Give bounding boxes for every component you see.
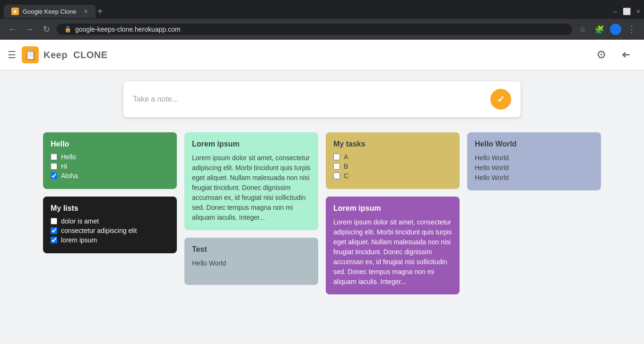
note-title: Hello	[51, 140, 169, 148]
checkbox[interactable]	[51, 237, 57, 243]
note-body: Lorem ipsum dolor sit amet, consectetur …	[192, 153, 311, 223]
checklist-item: B	[333, 163, 452, 170]
note-body: Hello WorldHello WorldHello World	[475, 153, 593, 183]
app-logo: 📋	[22, 46, 39, 63]
item-label: B	[344, 163, 348, 170]
maximize-button[interactable]: ⬜	[623, 8, 631, 15]
checklist-item: A	[333, 153, 452, 161]
back-button[interactable]: ←	[6, 23, 19, 36]
hamburger-menu-button[interactable]: ☰	[8, 49, 16, 60]
checklist: A B C	[333, 153, 452, 180]
tab-title: Google Keep Clone	[23, 8, 76, 15]
checklist-item: lorem ipsum	[51, 236, 169, 244]
checklist-item: dolor is amet	[51, 217, 169, 225]
minimize-button[interactable]: –	[613, 8, 617, 15]
note-submit-button[interactable]: ✓	[490, 89, 511, 110]
note-title: My tasks	[333, 140, 452, 148]
settings-button[interactable]: ⚙	[591, 44, 612, 65]
lock-icon: 🔒	[64, 26, 71, 33]
note-body: Hello World	[192, 258, 311, 268]
logout-icon: ➜	[622, 49, 630, 61]
new-tab-button[interactable]: +	[97, 6, 103, 17]
checklist: dolor is amet consectetur adipiscing eli…	[51, 217, 169, 244]
note-title: My lists	[51, 204, 169, 213]
app-title: Keep CLONE	[44, 50, 108, 60]
note-card-hello-world[interactable]: Hello World Hello WorldHello WorldHello …	[467, 132, 601, 190]
checkbox[interactable]	[51, 227, 57, 234]
item-label: consectetur adipiscing elit	[61, 227, 137, 234]
checklist-item: Hello	[51, 153, 169, 161]
item-label: lorem ipsum	[61, 236, 97, 244]
svg-text:📋: 📋	[13, 9, 17, 14]
note-input[interactable]	[133, 95, 490, 103]
checkbox[interactable]	[51, 163, 57, 170]
star-button[interactable]: ☆	[576, 23, 589, 36]
checklist-item: consectetur adipiscing elit	[51, 227, 169, 234]
item-label: Aloha	[61, 172, 78, 180]
browser-tab[interactable]: 📋 Google Keep Clone ×	[4, 5, 96, 18]
user-avatar[interactable]	[610, 24, 621, 35]
notes-column-4: Hello World Hello WorldHello WorldHello …	[467, 132, 601, 294]
forward-button[interactable]: →	[23, 23, 36, 36]
checkbox[interactable]	[333, 172, 340, 179]
note-card-lorem-ipsum-1[interactable]: Lorem ipsum Lorem ipsum dolor sit amet, …	[184, 132, 318, 230]
item-label: dolor is amet	[61, 217, 99, 225]
header-actions: ⚙ ➜	[591, 44, 636, 65]
checkbox[interactable]	[333, 163, 340, 170]
notes-column-3: My tasks A B C	[326, 132, 460, 294]
extensions-button[interactable]: 🧩	[593, 23, 606, 36]
checklist-item: Aloha	[51, 172, 169, 180]
notes-column-1: Hello Hello Hi Aloha	[43, 132, 177, 294]
logo-icon: 📋	[25, 49, 36, 60]
close-button[interactable]: ×	[636, 8, 640, 15]
note-title: Lorem ipsum	[192, 140, 311, 148]
note-input-container: ✓	[123, 81, 521, 117]
tab-favicon: 📋	[11, 8, 19, 15]
note-title: Lorem ipsum	[333, 204, 452, 213]
tab-close-icon[interactable]: ×	[84, 8, 87, 15]
main-content: ✓ Hello Hello Hi	[0, 70, 644, 344]
checkmark-icon: ✓	[497, 94, 505, 105]
app-title-clone: CLONE	[73, 50, 108, 60]
checkbox[interactable]	[51, 154, 57, 160]
browser-chrome: 📋 Google Keep Clone × + – ⬜ × ← → ↻ 🔒 go…	[0, 0, 644, 40]
note-card-lorem-ipsum-2[interactable]: Lorem ipsum Lorem ipsum dolor sit amet, …	[326, 197, 460, 294]
checklist: Hello Hi Aloha	[51, 153, 169, 180]
item-label: Hi	[61, 163, 67, 170]
item-label: Hello	[61, 153, 76, 161]
note-body: Lorem ipsum dolor sit amet, consectetur …	[333, 217, 452, 287]
checkbox[interactable]	[333, 154, 340, 160]
checkbox[interactable]	[51, 218, 57, 224]
note-title: Hello World	[475, 140, 593, 148]
app-header: ☰ 📋 Keep CLONE ⚙ ➜	[0, 40, 644, 70]
refresh-button[interactable]: ↻	[40, 23, 53, 36]
settings-icon: ⚙	[596, 48, 607, 61]
checklist-item: C	[333, 172, 452, 180]
note-card-hello[interactable]: Hello Hello Hi Aloha	[43, 132, 177, 189]
notes-column-2: Lorem ipsum Lorem ipsum dolor sit amet, …	[184, 132, 318, 294]
url-text: google-keeps-clone.herokuapp.com	[75, 26, 181, 33]
note-title: Test	[192, 245, 311, 254]
note-card-my-lists[interactable]: My lists dolor is amet consectetur adipi…	[43, 197, 177, 253]
note-card-my-tasks[interactable]: My tasks A B C	[326, 132, 460, 189]
note-card-test[interactable]: Test Hello World	[184, 238, 318, 285]
checklist-item: Hi	[51, 163, 169, 170]
browser-menu-button[interactable]: ⋮	[625, 23, 638, 36]
item-label: C	[344, 172, 348, 180]
app-title-keep: Keep	[44, 50, 68, 60]
address-bar[interactable]: 🔒 google-keeps-clone.herokuapp.com	[57, 24, 572, 35]
logout-button[interactable]: ➜	[616, 44, 636, 65]
item-label: A	[344, 153, 348, 161]
checkbox[interactable]	[51, 172, 57, 179]
